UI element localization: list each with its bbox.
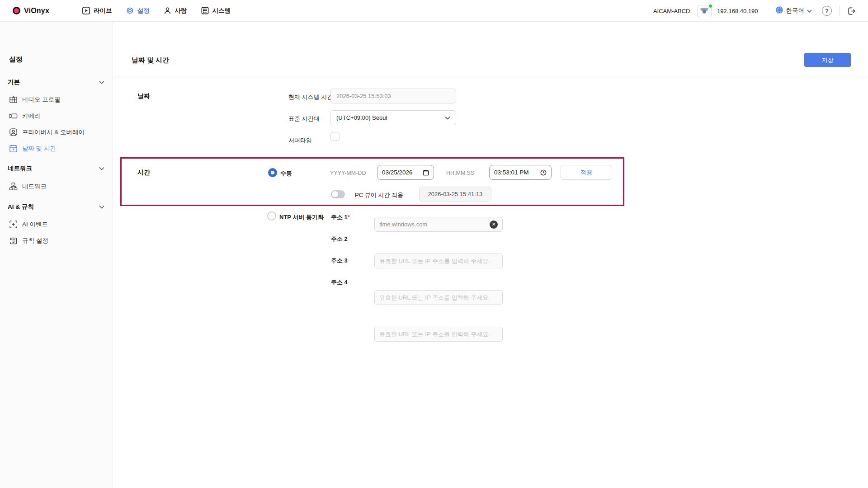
address4-input-wrap bbox=[374, 327, 503, 342]
camera-device-icon[interactable] bbox=[697, 5, 712, 17]
sidebar-item-video-profile[interactable]: 비디오 프로필 bbox=[9, 95, 108, 104]
nav-live-label: 라이브 bbox=[94, 7, 112, 15]
main-content: 날짜 및 시간 저장 날짜 현재 시스템 시간 2026-03-25 15:53… bbox=[113, 22, 868, 488]
chevron-down-icon bbox=[99, 80, 104, 84]
sidebar-title: 설정 bbox=[9, 55, 23, 64]
sidebar-item-label: AI 이벤트 bbox=[22, 221, 48, 229]
manual-radio[interactable] bbox=[268, 168, 277, 177]
language-selector[interactable]: 한국어 bbox=[775, 6, 812, 16]
ai-event-icon bbox=[9, 220, 18, 229]
app-logo: ViOnyx bbox=[13, 7, 49, 15]
rule-settings-icon bbox=[9, 236, 18, 245]
top-nav: 라이브 설정 사람 bbox=[82, 6, 231, 15]
nav-settings[interactable]: 설정 bbox=[126, 6, 150, 15]
address3-input-wrap bbox=[374, 290, 503, 305]
nav-people[interactable]: 사람 bbox=[163, 6, 187, 15]
device-name: AICAM-ABCD: bbox=[653, 8, 692, 14]
manual-radio-label: 수동 bbox=[280, 169, 292, 178]
section-label: 기본 bbox=[8, 78, 20, 86]
timezone-value: (UTC+09:00) Seoul bbox=[336, 114, 387, 121]
pc-viewer-time-value: 2026-03-25 15:41:13 bbox=[428, 191, 483, 197]
date-section-label: 날짜 bbox=[137, 92, 150, 100]
address3-label: 주소 3 bbox=[331, 257, 348, 265]
address1-input[interactable] bbox=[379, 221, 490, 228]
settings-gear-icon bbox=[126, 6, 134, 15]
sidebar-item-privacy-overlay[interactable]: 프라이버시 & 오버레이 bbox=[9, 128, 108, 136]
sidebar-item-label: 규칙 설정 bbox=[22, 237, 48, 245]
address2-label: 주소 2 bbox=[331, 235, 348, 243]
sidebar-item-network[interactable]: 네트워크 bbox=[9, 182, 108, 191]
manual-date-input[interactable]: 03/25/2026 bbox=[377, 165, 434, 180]
clear-address1-icon[interactable]: ✕ bbox=[490, 221, 498, 229]
chevron-down-icon bbox=[99, 205, 104, 209]
sidebar: 설정 기본 비디오 프로필 카메라 bbox=[0, 22, 113, 488]
network-icon bbox=[9, 182, 18, 191]
logo-icon bbox=[13, 7, 20, 14]
toggle-knob bbox=[332, 191, 338, 197]
address1-input-wrap: ✕ bbox=[374, 217, 503, 232]
sidebar-section-ai-rules[interactable]: AI & 규칙 bbox=[8, 203, 104, 211]
camera-icon bbox=[9, 112, 18, 120]
nav-system-label: 시스템 bbox=[212, 7, 231, 15]
address1-label-text: 주소 1 bbox=[331, 214, 348, 221]
top-bar: ViOnyx 라이브 설정 bbox=[0, 0, 868, 22]
ntp-radio[interactable] bbox=[267, 211, 276, 221]
status-dot bbox=[708, 4, 712, 8]
globe-icon bbox=[775, 6, 783, 16]
timezone-label: 표준 시간대 bbox=[288, 115, 320, 123]
person-icon bbox=[163, 6, 172, 15]
required-asterisk: * bbox=[348, 214, 350, 221]
time-section-label: 시간 bbox=[137, 169, 150, 177]
address4-label: 주소 4 bbox=[331, 278, 348, 286]
clock-icon bbox=[540, 169, 547, 176]
save-button[interactable]: 저장 bbox=[804, 53, 851, 67]
video-profile-icon bbox=[9, 95, 18, 104]
sidebar-item-label: 비디오 프로필 bbox=[22, 96, 61, 104]
sidebar-item-rule-settings[interactable]: 규칙 설정 bbox=[9, 236, 108, 245]
sidebar-item-label: 프라이버시 & 오버레이 bbox=[22, 128, 85, 136]
nav-system[interactable]: 시스템 bbox=[201, 6, 231, 15]
sidebar-item-label: 날짜 및 시간 bbox=[22, 145, 56, 153]
pc-viewer-time-input: 2026-03-25 15:41:13 bbox=[419, 187, 491, 202]
address4-input[interactable] bbox=[379, 331, 498, 338]
time-value: 03:53:01 PM bbox=[494, 169, 529, 176]
address1-label: 주소 1* bbox=[331, 213, 350, 221]
privacy-icon bbox=[9, 128, 18, 136]
chevron-down-icon bbox=[445, 116, 450, 120]
nav-live[interactable]: 라이브 bbox=[82, 6, 112, 15]
date-value: 03/25/2026 bbox=[382, 169, 413, 176]
current-time-value: 2026-03-25 15:53:03 bbox=[336, 93, 391, 99]
live-icon bbox=[82, 6, 90, 15]
logo-text: ViOnyx bbox=[24, 7, 49, 15]
ntp-radio-label: NTP 서버 동기화 bbox=[279, 213, 324, 221]
manual-time-input[interactable]: 03:53:01 PM bbox=[489, 165, 552, 180]
sidebar-item-date-time[interactable]: 날짜 및 시간 bbox=[9, 144, 108, 153]
timezone-select[interactable]: (UTC+09:00) Seoul bbox=[330, 110, 456, 125]
language-label: 한국어 bbox=[786, 7, 805, 15]
sidebar-item-label: 네트워크 bbox=[22, 183, 47, 191]
help-button[interactable]: ? bbox=[822, 6, 832, 16]
pc-viewer-toggle[interactable] bbox=[331, 190, 345, 198]
apply-button[interactable]: 적용 bbox=[561, 165, 612, 180]
dst-checkbox[interactable] bbox=[330, 132, 340, 141]
sidebar-item-camera[interactable]: 카메라 bbox=[9, 112, 108, 120]
logout-button[interactable] bbox=[847, 6, 856, 16]
pc-viewer-label: PC 뷰어 시간 적용 bbox=[355, 191, 403, 199]
device-ip: 192.168.40.190 bbox=[717, 8, 758, 14]
sidebar-section-network[interactable]: 네트워크 bbox=[8, 164, 104, 173]
header-divider bbox=[113, 76, 868, 76]
calendar-icon bbox=[423, 169, 429, 176]
current-system-time-input: 2026-03-25 15:53:03 bbox=[330, 89, 456, 103]
address3-input[interactable] bbox=[379, 294, 498, 301]
sidebar-section-basic[interactable]: 기본 bbox=[8, 78, 104, 86]
topbar-right: AICAM-ABCD: 192.168.40.190 bbox=[653, 0, 856, 22]
nav-people-label: 사람 bbox=[175, 7, 187, 15]
sidebar-item-label: 카메라 bbox=[22, 112, 41, 120]
chevron-down-icon bbox=[99, 167, 104, 170]
address2-input[interactable] bbox=[379, 258, 498, 264]
date-format-label: YYYY-MM-DD bbox=[330, 170, 366, 176]
time-format-label: HH:MM:SS bbox=[446, 170, 475, 176]
sidebar-item-ai-event[interactable]: AI 이벤트 bbox=[9, 220, 108, 229]
dst-label: 서머타임 bbox=[288, 136, 312, 145]
nav-settings-label: 설정 bbox=[137, 7, 150, 15]
